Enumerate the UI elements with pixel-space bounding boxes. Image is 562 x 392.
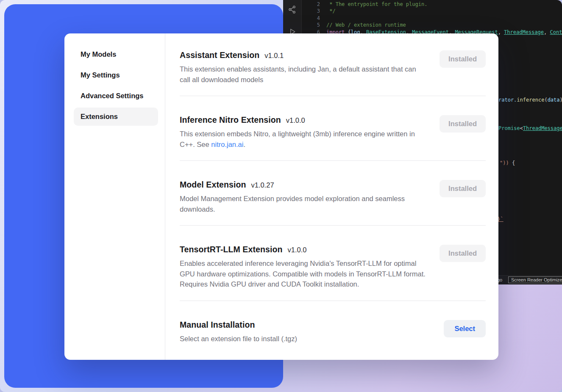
- extension-info: Manual Installation Select an extension …: [180, 320, 297, 344]
- extension-row-assistant: Assistant Extension v1.0.1 This extensio…: [180, 50, 486, 96]
- sidebar-item-my-models[interactable]: My Models: [74, 45, 158, 63]
- nitro-jan-ai-link[interactable]: nitro.jan.ai: [211, 141, 243, 148]
- extension-info: Inference Nitro Extension v1.0.0 This ex…: [180, 115, 426, 149]
- extension-version: v1.0.0: [286, 116, 305, 124]
- extension-row-tensorrt: TensortRT-LLM Extension v1.0.0 Enables a…: [180, 226, 486, 301]
- code-fragment: ")) {: [500, 160, 515, 166]
- extension-head: TensortRT-LLM Extension v1.0.0: [180, 245, 426, 254]
- extension-title: Assistant Extension: [180, 50, 259, 60]
- code-line: 2 * The entrypoint for the plugin.: [302, 1, 562, 8]
- installed-button: Installed: [440, 50, 486, 68]
- share-git-icon[interactable]: [288, 5, 297, 16]
- code-line: 5// Web / extension runtime: [302, 22, 562, 28]
- installed-button: Installed: [440, 180, 486, 197]
- extension-row-nitro: Inference Nitro Extension v1.0.0 This ex…: [180, 96, 486, 161]
- extension-row-model: Model Extension v1.0.27 Model Management…: [180, 161, 486, 226]
- manual-installation-title: Manual Installation: [180, 320, 255, 330]
- installed-button: Installed: [440, 245, 486, 262]
- installed-button: Installed: [440, 115, 486, 133]
- extension-head: Model Extension v1.0.27: [180, 180, 426, 190]
- manual-installation-description: Select an extension file to install (.tg…: [180, 334, 297, 344]
- extension-info: Model Extension v1.0.27 Model Management…: [180, 180, 426, 214]
- screen: 2 * The entrypoint for the plugin.3 */45…: [0, 0, 562, 392]
- screen-reader-badge[interactable]: Screen Reader Optimize: [508, 276, 562, 283]
- code-line: 4: [302, 15, 562, 22]
- extensions-panel: Assistant Extension v1.0.1 This extensio…: [165, 33, 498, 360]
- sidebar-item-my-settings[interactable]: My Settings: [74, 66, 158, 84]
- code-lines: 2 * The entrypoint for the plugin.3 */45…: [302, 1, 562, 36]
- extension-head: Inference Nitro Extension v1.0.0: [180, 115, 426, 125]
- extension-info: TensortRT-LLM Extension v1.0.0 Enables a…: [180, 245, 426, 290]
- extension-head: Assistant Extension v1.0.1: [180, 50, 426, 60]
- settings-modal: My Models My Settings Advanced Settings …: [64, 33, 498, 360]
- extension-head: Manual Installation: [180, 320, 297, 330]
- manual-installation-row: Manual Installation Select an extension …: [180, 301, 486, 355]
- sidebar-item-advanced-settings[interactable]: Advanced Settings: [74, 87, 158, 105]
- extension-title: TensortRT-LLM Extension: [180, 245, 282, 254]
- extension-title: Inference Nitro Extension: [180, 115, 281, 125]
- extension-version: v1.0.1: [264, 52, 284, 60]
- select-file-button[interactable]: Select: [444, 320, 486, 337]
- extension-info: Assistant Extension v1.0.1 This extensio…: [180, 50, 426, 85]
- code-line: 3 */: [302, 8, 562, 14]
- extension-description: This extension embeds Nitro, a lightweig…: [180, 129, 426, 149]
- code-fragment: Promise<ThreadMessage>: [498, 125, 562, 131]
- sidebar-item-extensions[interactable]: Extensions: [74, 108, 158, 126]
- extension-description: This extension enables assistants, inclu…: [180, 64, 426, 85]
- extension-description: Enables accelerated inference leveraging…: [180, 258, 426, 290]
- settings-sidebar: My Models My Settings Advanced Settings …: [64, 33, 165, 360]
- extension-title: Model Extension: [180, 180, 246, 190]
- extension-version: v1.0.0: [287, 246, 306, 254]
- extension-description: Model Management Extension provides mode…: [180, 193, 426, 214]
- extension-version: v1.0.27: [251, 181, 274, 189]
- description-text: .: [243, 141, 245, 148]
- code-fragment: rator.inference(data));: [498, 97, 562, 103]
